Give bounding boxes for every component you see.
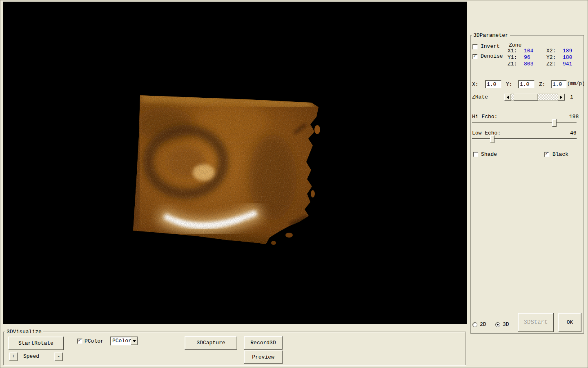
black-label: Black — [552, 151, 568, 157]
capture3d-button[interactable]: 3DCapture — [185, 336, 237, 350]
zrate-scrollbar[interactable] — [504, 94, 565, 101]
zone-y1-label: Y1: — [508, 54, 517, 61]
x-scale-input[interactable] — [485, 80, 501, 88]
low-echo-slider-track[interactable] — [472, 138, 577, 139]
ultrasound-volume-render — [3, 2, 467, 324]
render-viewport[interactable] — [3, 2, 467, 324]
scale-unit-label: (mm/p) — [567, 81, 585, 87]
zone-y2-value: 180 — [563, 54, 572, 61]
speed-minus-button[interactable]: - — [54, 352, 63, 361]
pcolor-select-arrow-button[interactable] — [131, 337, 138, 345]
low-echo-value: 46 — [570, 130, 577, 136]
y-scale-input[interactable] — [518, 80, 535, 88]
zone-title: Zone — [509, 42, 521, 48]
hi-echo-slider-thumb[interactable] — [552, 119, 557, 127]
start-rotate-button[interactable]: StartRotate — [8, 337, 64, 350]
x-scale-label: X: — [472, 81, 479, 88]
zone-z2-value: 941 — [563, 61, 572, 67]
hi-echo-value: 198 — [569, 114, 579, 120]
speed-plus-button[interactable]: + — [9, 352, 18, 361]
speed-label: Speed — [23, 353, 39, 359]
pcolor-select-value: PColor — [112, 338, 131, 344]
preview-button[interactable]: Preview — [244, 350, 283, 364]
scroll-right-icon — [560, 96, 564, 99]
pcolor-checkbox[interactable] — [77, 339, 82, 344]
invert-checkbox[interactable] — [472, 44, 478, 49]
black-checkbox[interactable] — [544, 152, 550, 157]
parameter-group-title: 3DParameter — [472, 32, 510, 38]
pcolor-label: PColor — [85, 338, 104, 344]
low-echo-slider-thumb[interactable] — [490, 135, 494, 143]
visualize-group-title: 3DVisualize — [5, 329, 43, 335]
zone-z1-label: Z1: — [508, 61, 517, 67]
invert-label: Invert — [481, 43, 500, 49]
zrate-scroll-right-button[interactable] — [558, 94, 565, 101]
zone-x1-value: 104 — [524, 48, 533, 54]
radio-3d[interactable] — [495, 322, 500, 327]
y-scale-label: Y: — [506, 81, 512, 88]
radio-2d-label: 2D — [480, 321, 486, 328]
denoise-label: Denoise — [481, 53, 503, 59]
zone-x2-value: 189 — [563, 48, 572, 54]
zone-x1-label: X1: — [508, 48, 517, 54]
zone-z2-label: Z2: — [546, 61, 556, 67]
ok-button[interactable]: OK — [558, 313, 581, 332]
zone-y2-label: Y2: — [546, 54, 556, 61]
radio-2d[interactable] — [472, 322, 477, 327]
denoise-checkbox[interactable] — [472, 54, 478, 59]
zone-z1-value: 803 — [524, 61, 533, 67]
hi-echo-label: Hi Echo: — [472, 114, 497, 120]
record3d-button[interactable]: Record3D — [244, 336, 283, 350]
scroll-left-icon — [505, 96, 509, 99]
zone-x2-label: X2: — [546, 48, 556, 54]
low-echo-label: Low Echo: — [472, 130, 501, 136]
z-scale-input[interactable] — [551, 80, 567, 88]
zrate-value: 1 — [570, 94, 573, 100]
start3d-button[interactable]: 3DStart — [518, 313, 554, 332]
hi-echo-slider-track[interactable] — [472, 122, 577, 123]
zrate-scroll-thumb[interactable] — [514, 94, 538, 101]
zrate-scroll-left-button[interactable] — [504, 94, 511, 101]
zone-y1-value: 96 — [524, 54, 530, 61]
radio-3d-label: 3D — [503, 321, 509, 328]
app-window: 3DParameter Invert Denoise Zone X1: 104 … — [0, 0, 588, 368]
shade-checkbox[interactable] — [473, 152, 478, 157]
z-scale-label: Z: — [539, 81, 546, 88]
zrate-label: ZRate — [472, 94, 488, 100]
shade-label: Shade — [481, 151, 497, 157]
pcolor-select[interactable]: PColor — [110, 337, 138, 346]
chevron-down-icon — [133, 340, 136, 344]
